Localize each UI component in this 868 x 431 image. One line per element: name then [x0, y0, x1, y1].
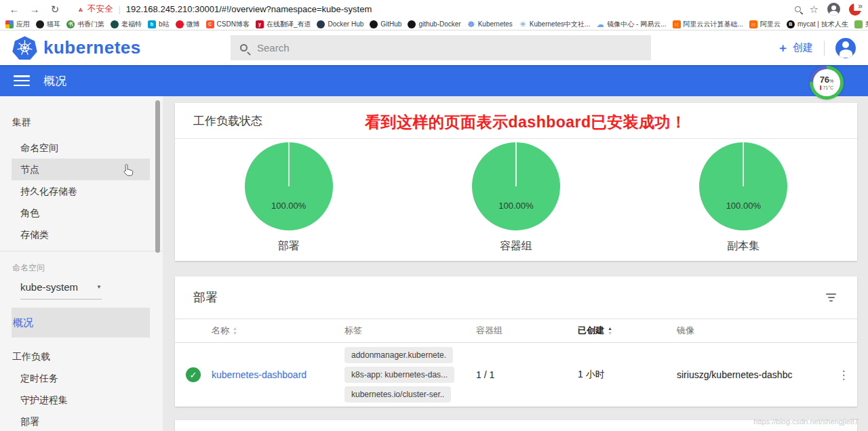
sidebar-item-label: 概况 — [13, 316, 33, 328]
bookmark-favicon — [36, 20, 44, 28]
browser-url-bar: ← → ↻ ▲ 不安全 | ☆ — [0, 0, 868, 18]
table-header-row: 名称▲▼ 标签 容器组 已创建▲▼ 镜像 — [175, 319, 857, 343]
bookmark-favicon: [-] — [673, 20, 681, 28]
label-chips: addonmanager.kubernete. k8s-app: kuberne… — [344, 347, 472, 403]
pie-caption: 部署 — [278, 239, 300, 253]
bookmark-item[interactable]: [-] 阿里云云计算基础... — [673, 20, 743, 29]
charts-row: 100.00% 部署 100.00% 容器组 100.00% 副本集 — [175, 139, 857, 253]
namespace-value: kube-system — [20, 281, 78, 293]
deployment-name-link[interactable]: kubernetes-dashboard — [212, 369, 307, 380]
brand-title: kubernetes — [43, 37, 141, 58]
bookmark-label: 在线翻译_有道 — [267, 20, 311, 29]
reload-button[interactable]: ↻ — [47, 2, 62, 17]
zoom-icon[interactable] — [795, 6, 801, 12]
pie-caption: 容器组 — [500, 239, 532, 253]
image-cell: siriuszg/kubernetes-dashbc — [673, 343, 826, 407]
bookmark-item[interactable]: y 在线翻译_有道 — [256, 20, 311, 29]
gauge-percent: 76 — [820, 75, 829, 85]
pie-chart-deployments: 100.00% 部署 — [175, 142, 402, 253]
bookmark-item[interactable]: ☁ 镜像中心 - 网易云... — [596, 20, 666, 29]
sidebar-item-persistent-volumes[interactable]: 持久化存储卷 — [0, 180, 163, 202]
bookmark-favicon — [370, 20, 378, 28]
labels-cell: addonmanager.kubernete. k8s-app: kuberne… — [340, 343, 472, 407]
pie-replica-sets: 100.00% — [699, 142, 787, 230]
page: ← → ↻ ▲ 不安全 | ☆ 应用 猫耳 — [0, 0, 868, 431]
warning-icon: ▲ — [77, 6, 84, 13]
bookmark-favicon — [408, 20, 416, 28]
sidebar-item-deployments[interactable]: 部署 — [0, 411, 163, 431]
bookmark-label: 阿里云 — [760, 20, 781, 29]
column-pods[interactable]: 容器组 — [472, 319, 574, 343]
back-button[interactable]: ← — [7, 2, 22, 17]
pie-chart-pods: 100.00% 容器组 — [402, 142, 629, 253]
pie-deployments: 100.00% — [245, 142, 333, 230]
toolbar: 概况 — [0, 65, 868, 96]
sidebar-item-namespaces[interactable]: 命名空间 — [0, 137, 163, 159]
label-chip: k8s-app: kubernetes-das... — [344, 367, 454, 383]
bookmark-item[interactable]: C CSDN博客 — [206, 20, 250, 29]
bookmark-item[interactable]: b b站 — [148, 20, 170, 29]
sidebar-item-storage-classes[interactable]: 存储类 — [0, 224, 163, 245]
filter-button[interactable] — [823, 291, 839, 304]
forward-button[interactable]: → — [27, 2, 42, 17]
column-status — [175, 319, 208, 343]
column-created[interactable]: 已创建▲▼ — [574, 319, 673, 343]
status-cell: ✓ — [175, 343, 208, 407]
sidebar-item-daemon-sets[interactable]: 守护进程集 — [0, 389, 163, 411]
bookmark-label: CSDN博客 — [217, 20, 250, 29]
bookmark-favicon: C — [206, 20, 214, 28]
url-input[interactable] — [126, 4, 547, 14]
urlbar-actions: ☆ — [795, 3, 861, 16]
bookmark-item[interactable]: Docker Hub — [317, 20, 363, 28]
bookmark-favicon — [111, 20, 119, 28]
bookmark-star-icon[interactable]: ☆ — [810, 3, 818, 16]
sidebar-section-cluster[interactable]: 集群 — [0, 117, 163, 127]
security-chip[interactable]: ▲ 不安全 — [77, 3, 113, 15]
sidebar-item-nodes[interactable]: 节点 — [12, 159, 150, 180]
sidebar-item-cron-jobs[interactable]: 定时任务 — [0, 367, 163, 389]
bookmark-item[interactable]: 老福特 — [111, 20, 142, 29]
bookmark-label: 菜鸟教程 — [865, 20, 868, 29]
header-actions: ＋ 创建 — [777, 30, 856, 65]
bookmark-item[interactable]: ✳ Kubernetes中文社... — [519, 20, 590, 29]
row-menu-button[interactable]: ⋮ — [830, 368, 857, 382]
gauge-temperature: 71°C — [823, 85, 833, 90]
bookmark-item[interactable]: 书 书香门第 — [66, 20, 104, 29]
column-labels[interactable]: 标签 — [340, 319, 472, 343]
bookmark-favicon — [176, 20, 184, 28]
deployments-title-row: 部署 — [175, 276, 857, 319]
pie-caption: 副本集 — [727, 239, 760, 253]
bookmark-label: github-Docker — [418, 20, 460, 28]
namespace-label: 命名空间 — [0, 262, 163, 272]
bookmark-item[interactable]: 应用 — [5, 20, 30, 29]
deployments-table: 名称▲▼ 标签 容器组 已创建▲▼ 镜像 ✓ kubernetes-dashbo… — [175, 319, 857, 407]
cpu-gauge-widget[interactable]: 76% 71°C — [810, 66, 844, 100]
bookmark-item[interactable]: 菜鸟教程 — [854, 20, 868, 29]
user-avatar-button[interactable] — [835, 38, 856, 58]
bookmark-item[interactable]: B mycat | 技术人生 — [787, 20, 848, 29]
browser-profile-avatar[interactable] — [827, 3, 840, 16]
sidebar-item-overview[interactable]: 概况 — [12, 308, 150, 337]
sidebar-scrollbar[interactable] — [155, 100, 160, 253]
bookmark-label: 猫耳 — [47, 20, 60, 29]
column-name[interactable]: 名称▲▼ — [208, 319, 340, 343]
bookmark-item[interactable]: ☸ Kubernetes — [467, 20, 513, 28]
bookmark-favicon: ☸ — [467, 20, 475, 28]
name-cell: kubernetes-dashboard — [208, 343, 340, 407]
sidebar-item-roles[interactable]: 角色 — [0, 202, 163, 224]
create-label: 创建 — [793, 41, 813, 54]
namespace-select[interactable]: kube-system ▼ — [20, 281, 102, 300]
bookmark-item[interactable]: [-] 阿里云 — [749, 20, 781, 29]
menu-button[interactable] — [14, 75, 30, 86]
column-images[interactable]: 镜像 — [673, 319, 826, 343]
brand[interactable]: kubernetes — [12, 35, 141, 60]
bookmark-item[interactable]: GitHub — [370, 20, 401, 28]
sidebar-section-workloads[interactable]: 工作负载 — [0, 351, 163, 362]
bookmark-item[interactable]: github-Docker — [408, 20, 460, 28]
bookmarks-overflow-chevron[interactable]: » — [854, 1, 863, 11]
create-button[interactable]: ＋ 创建 — [777, 41, 813, 54]
search-input[interactable] — [257, 42, 642, 54]
bookmark-item[interactable]: 微博 — [176, 20, 200, 29]
pie-percent-label: 100.00% — [472, 201, 560, 211]
bookmark-item[interactable]: 猫耳 — [36, 20, 60, 29]
